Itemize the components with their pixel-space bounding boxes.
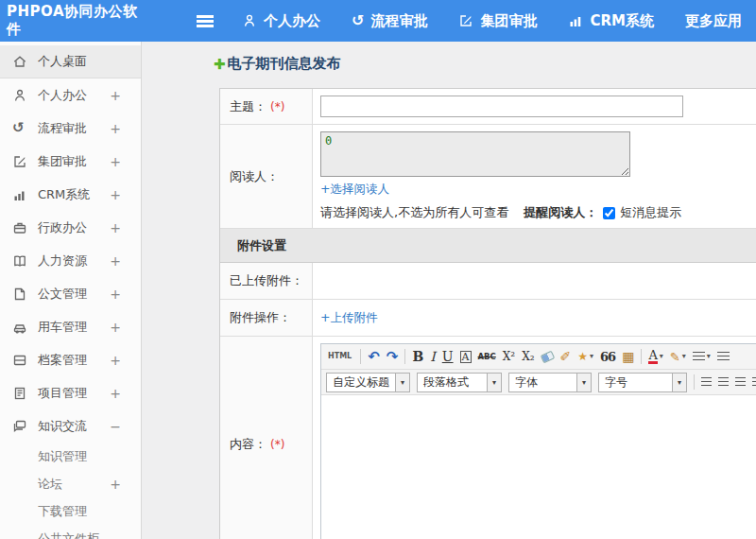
- blockquote-button[interactable]: 66: [600, 351, 615, 363]
- align-left-button[interactable]: [701, 377, 712, 387]
- align-right-button[interactable]: [735, 377, 746, 387]
- home-icon: [12, 54, 28, 69]
- unordered-list-button[interactable]: [717, 352, 730, 361]
- top-nav: 个人办公 ↺ 流程审批 集团审批 CRM系统: [242, 12, 756, 30]
- chevron-down-icon: ▾: [707, 353, 711, 360]
- expand-indicator: +: [109, 88, 122, 103]
- sms-notify-checkbox[interactable]: [603, 207, 615, 219]
- sms-notify-label: 短消息提示: [620, 204, 681, 221]
- publish-form: 主题： (*) 阅读人： 0 +选择阅读人: [219, 88, 756, 539]
- bold-button[interactable]: B: [412, 350, 423, 363]
- rich-text-editor: HTML ↶ ↷ B I U A ABC X²: [320, 343, 756, 539]
- upload-attachment-link[interactable]: +上传附件: [320, 310, 377, 326]
- sidebar-item-label: 项目管理: [38, 385, 109, 402]
- uploaded-attachments-row: 已上传附件：: [220, 263, 756, 300]
- field-label: 已上传附件：: [230, 272, 303, 289]
- sidebar-item-knowledge-exchange[interactable]: 知识交流 −: [0, 409, 141, 443]
- expand-indicator: +: [109, 253, 122, 269]
- sidebar-item-hr[interactable]: 人力资源 +: [0, 244, 141, 277]
- subject-label: 主题： (*): [220, 89, 313, 124]
- chevron-down-icon: ▾: [487, 374, 501, 391]
- align-right-icon: [735, 377, 746, 387]
- sidebar-item-download-management[interactable]: 下载管理: [0, 497, 141, 525]
- font-border-button[interactable]: A: [460, 351, 472, 363]
- select-readers-link[interactable]: +选择阅读人: [320, 182, 389, 198]
- paragraph-format-select[interactable]: 段落格式 ▾: [417, 373, 502, 392]
- sidebar-item-personal-desktop[interactable]: 个人桌面: [0, 45, 141, 78]
- plus-icon: ✚: [214, 56, 226, 73]
- person-icon: [12, 88, 28, 103]
- bar-chart-icon: [568, 13, 583, 28]
- superscript-button[interactable]: X²: [503, 351, 515, 362]
- justify-icon: [752, 377, 756, 387]
- sidebar-item-label: CRM系统: [38, 186, 109, 203]
- field-label: 附件操作：: [230, 309, 291, 326]
- top-header: PHPOA协同办公软件 个人办公 ↺ 流程审批 集团审批: [0, 0, 756, 42]
- sidebar-item-public-file-cabinet[interactable]: 公共文件柜: [0, 525, 141, 539]
- briefcase-icon: [12, 220, 28, 235]
- italic-button[interactable]: I: [430, 350, 436, 363]
- underline-button[interactable]: U: [442, 350, 454, 363]
- expand-indicator: +: [109, 187, 122, 202]
- sidebar-item-vehicle-management[interactable]: 用车管理 +: [0, 310, 141, 343]
- sidebar-item-admin-office[interactable]: 行政办公 +: [0, 211, 141, 244]
- align-center-button[interactable]: [718, 377, 729, 387]
- justify-button[interactable]: [752, 377, 756, 387]
- custom-heading-select[interactable]: 自定义标题 ▾: [326, 373, 410, 392]
- nav-personal-office[interactable]: 个人办公: [242, 12, 320, 30]
- subject-input[interactable]: [320, 96, 683, 117]
- strikethrough-button[interactable]: ABC: [478, 353, 496, 361]
- expand-indicator: +: [109, 477, 122, 492]
- sidebar-item-label: 知识管理: [38, 448, 141, 465]
- magic-wand-icon: ★: [577, 351, 588, 362]
- select-value: 段落格式: [418, 374, 487, 391]
- sidebar-item-group-approval[interactable]: 集团审批 +: [0, 145, 141, 178]
- sidebar-item-project-management[interactable]: 项目管理 +: [0, 376, 141, 409]
- autotypeset-button[interactable]: ★▾: [577, 351, 593, 362]
- uploaded-label: 已上传附件：: [220, 263, 313, 299]
- nav-label: 个人办公: [264, 12, 320, 30]
- nav-group-approval[interactable]: 集团审批: [458, 12, 537, 30]
- font-size-select[interactable]: 字号 ▾: [598, 373, 687, 392]
- expand-indicator: +: [109, 320, 122, 335]
- sidebar-item-workflow-approval[interactable]: ↺ 流程审批 +: [0, 112, 141, 145]
- sidebar-item-label: 档案管理: [38, 352, 109, 369]
- chevron-down-icon: ▾: [682, 353, 686, 360]
- align-center-icon: [718, 377, 729, 387]
- ordered-list-button[interactable]: ▾: [693, 352, 711, 361]
- sidebar-item-label: 公文管理: [38, 286, 109, 303]
- toolbar-separator: [404, 349, 405, 364]
- sidebar-item-personal-office[interactable]: 个人办公 +: [0, 78, 141, 112]
- font-color-button[interactable]: A▾: [648, 349, 662, 364]
- nav-more-apps[interactable]: 更多应用: [685, 12, 742, 30]
- page-title: 电子期刊信息发布: [228, 55, 341, 73]
- undo-button[interactable]: ↶: [368, 350, 380, 364]
- eraser-icon[interactable]: [540, 350, 555, 363]
- subscript-button[interactable]: X₂: [522, 351, 534, 362]
- sidebar-item-label: 用车管理: [38, 319, 109, 336]
- nav-workflow-approval[interactable]: ↺ 流程审批: [352, 12, 427, 30]
- redo-button[interactable]: ↷: [387, 350, 399, 364]
- bar-chart-icon: [12, 187, 28, 202]
- chevron-down-icon: ▾: [672, 374, 686, 391]
- html-source-button[interactable]: HTML: [326, 350, 353, 363]
- sidebar-item-forum[interactable]: 论坛 +: [0, 470, 141, 497]
- sidebar-item-crm-system[interactable]: CRM系统 +: [0, 178, 141, 211]
- sidebar-item-label: 论坛: [38, 476, 109, 493]
- sidebar-item-archive-management[interactable]: 档案管理 +: [0, 343, 141, 376]
- paste-button[interactable]: ▦: [622, 350, 634, 363]
- format-brush-button[interactable]: ✐: [560, 350, 572, 363]
- sidebar-item-knowledge-management[interactable]: 知识管理: [0, 443, 141, 470]
- field-label: 阅读人：: [230, 168, 279, 185]
- highlight-button[interactable]: ✎▾: [670, 351, 686, 363]
- select-value: 字体: [509, 374, 576, 391]
- sidebar-item-label: 个人办公: [38, 87, 109, 104]
- font-family-select[interactable]: 字体 ▾: [508, 373, 592, 392]
- nav-crm-system[interactable]: CRM系统: [568, 12, 654, 30]
- sidebar-item-document-management[interactable]: 公文管理 +: [0, 277, 141, 310]
- content-label: 内容： (*): [220, 337, 313, 539]
- sidebar-item-label: 下载管理: [38, 503, 141, 520]
- editor-content-area[interactable]: [321, 395, 756, 539]
- readers-textarea[interactable]: 0: [320, 131, 630, 177]
- menu-icon[interactable]: [197, 15, 214, 27]
